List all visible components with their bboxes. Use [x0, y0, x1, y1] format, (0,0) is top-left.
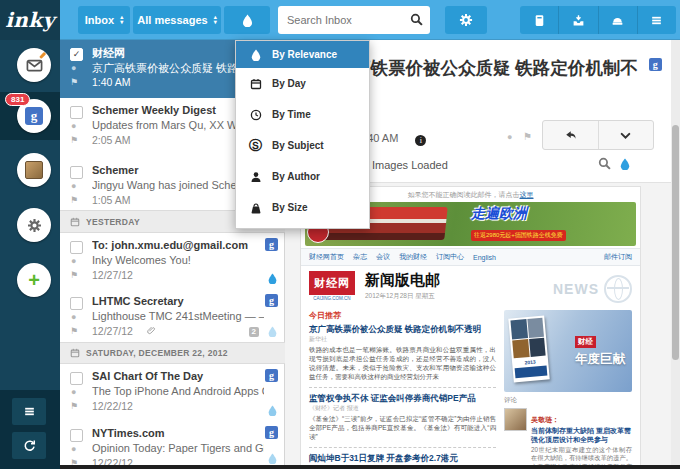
menu-item-label: By Relevance — [272, 49, 337, 60]
promo-brand-chip: 财经 — [575, 336, 596, 348]
gmail-account-button[interactable]: 831 g — [17, 99, 51, 133]
drop-icon[interactable] — [619, 158, 631, 170]
settings-account-button[interactable] — [17, 208, 51, 242]
nav-link-english[interactable]: English — [473, 254, 496, 261]
checkbox[interactable] — [70, 241, 83, 254]
unread-count-badge: 831 — [5, 93, 30, 106]
inbox-dropdown-button[interactable]: Inbox ▴▾ — [78, 6, 130, 34]
flag-icon[interactable]: ⚑ — [70, 270, 78, 280]
gear-icon — [459, 13, 473, 27]
compose-account-button[interactable] — [17, 48, 51, 82]
sidebar-menu-button[interactable] — [12, 398, 46, 425]
checkbox[interactable] — [70, 106, 83, 119]
inbox-dropdown-label: Inbox — [85, 14, 114, 26]
preheader-link[interactable]: 这里 — [520, 191, 534, 198]
clock-icon — [249, 109, 262, 121]
preheader-text: 如果您不能正确阅读此邮件，请点击 — [408, 191, 520, 198]
mailbox-button[interactable] — [598, 6, 637, 34]
caijing-logo-box: 财经网 — [309, 271, 355, 295]
nav-link-magazine[interactable]: 杂志 — [353, 252, 367, 262]
article-title[interactable]: 闽灿坤B于31日复牌 开盘参考价2.7港元 — [309, 453, 496, 463]
settings-button[interactable] — [445, 6, 487, 34]
menu-item-by-author[interactable]: By Author — [236, 161, 369, 192]
checkbox-checked[interactable]: ✓ — [70, 48, 83, 61]
gear-icon — [27, 218, 42, 233]
message-row-sai[interactable]: ● ⚑ SAI Chart Of The Day The Top iPhone … — [60, 364, 285, 421]
nav-link-mycaijing[interactable]: 我的财经 — [399, 252, 427, 262]
info-icon[interactable]: i — [415, 135, 426, 146]
flag-icon[interactable]: ⚑ — [70, 326, 78, 336]
flag-icon[interactable]: ⚑ — [70, 135, 78, 145]
date-group-label: SATURDAY, DECEMBER 22, 2012 — [86, 348, 228, 358]
scrollbar-thumb[interactable] — [672, 125, 679, 360]
nav-link-conference[interactable]: 会议 — [376, 252, 390, 262]
menu-button[interactable] — [637, 6, 676, 34]
read-dot-icon: ● — [71, 387, 76, 397]
more-actions-button[interactable] — [598, 121, 654, 149]
google-badge-icon: g — [265, 369, 278, 382]
window-bottom-edge — [60, 465, 680, 469]
article-source: 《财经》记者 报道 — [309, 404, 496, 413]
message-row-nytimes[interactable]: ● ⚑ NYTimes.com Opinion Today: Paper Tig… — [60, 421, 285, 469]
article-title[interactable]: 监管权争执不休 证监会叫停券商代销PE产品 — [309, 393, 496, 403]
sort-by-relevance-button[interactable] — [224, 6, 270, 34]
toolbar-action-group — [520, 6, 676, 34]
article-title[interactable]: 京广高铁票价被公众质疑 铁路定价机制不透明 — [309, 324, 496, 334]
flag-icon[interactable]: ⚑ — [70, 401, 78, 411]
message-sender: LHTMC Secretary — [92, 295, 252, 307]
search-box — [278, 6, 430, 34]
menu-item-by-time[interactable]: By Time — [236, 99, 369, 130]
message-time: 2:05 AM — [92, 134, 131, 146]
google-account-icon: g — [25, 107, 43, 125]
comment-headline[interactable]: 当前体制存重大缺陷 重启改革需强化顶层设计和全民参与 — [531, 427, 632, 445]
reply-button[interactable] — [543, 121, 598, 149]
message-filter-button[interactable]: All messages ▴▾ — [133, 6, 221, 34]
comment-body: 吴敬琏： 当前体制存重大缺陷 重启改革需强化顶层设计和全民参与 20世纪末期宣布… — [531, 408, 632, 467]
vertical-scrollbar[interactable] — [671, 40, 680, 469]
nav-link-subscribe-center[interactable]: 订阅中心 — [436, 252, 464, 262]
search-input[interactable] — [278, 6, 430, 34]
flag-icon[interactable]: ⚑ — [523, 131, 532, 142]
articles-column: 今日推荐 京广高铁票价被公众质疑 铁路定价机制不透明 新华社 铁路的成本也是一笔… — [309, 310, 496, 467]
message-snippet: Lighthouse TMC 241stMeeting — —Hel… — [92, 310, 264, 322]
magazine-promo-ad[interactable]: 2013 财经 年度巨献 — [504, 310, 632, 392]
hamburger-icon — [650, 14, 663, 27]
drop-icon — [249, 49, 262, 61]
message-row-inky-welcome[interactable]: ● ⚑ To: john.xmu.edu@gmail.com Inky Welc… — [60, 233, 285, 289]
flag-icon[interactable]: ⚑ — [70, 195, 78, 205]
menu-item-by-size[interactable]: By Size — [236, 192, 369, 223]
relevance-drop-icon — [267, 405, 278, 416]
archive-button[interactable] — [520, 6, 558, 34]
google-badge-icon: g — [265, 238, 278, 251]
checkbox[interactable] — [70, 166, 83, 179]
message-row-lhtmc[interactable]: ● ⚑ LHTMC Secretary Lighthouse TMC 241st… — [60, 289, 285, 342]
message-time: 12/22/12 — [92, 400, 133, 412]
flag-icon[interactable]: ⚑ — [70, 77, 78, 87]
search-icon[interactable] — [410, 13, 423, 26]
add-account-button[interactable]: + — [17, 263, 51, 297]
load-messages-button[interactable] — [558, 6, 597, 34]
account-sidebar: inky 831 g + — [0, 0, 60, 469]
newsletter-columns: 今日推荐 京广高铁票价被公众质疑 铁路定价机制不透明 新华社 铁路的成本也是一笔… — [301, 306, 640, 467]
menu-item-by-subject[interactable]: Ⓢ By Subject — [236, 130, 369, 161]
checkbox[interactable] — [70, 372, 83, 385]
read-dot-icon: ● — [71, 256, 76, 266]
menu-item-label: By Time — [272, 109, 311, 120]
refresh-button[interactable] — [12, 432, 46, 459]
checkbox[interactable] — [70, 297, 83, 310]
nav-link-mail-subscribe[interactable]: 邮件订阅 — [604, 252, 632, 262]
magnifier-icon[interactable] — [598, 157, 611, 170]
subject-icon: Ⓢ — [249, 139, 262, 152]
checkbox[interactable] — [70, 429, 83, 442]
calendar-icon — [70, 217, 80, 227]
menu-item-by-day[interactable]: By Day — [236, 68, 369, 99]
google-badge-icon: g — [649, 58, 662, 71]
author-person-icon — [249, 171, 262, 183]
banner-text: 走遍欧洲 往返2980元起+德国铁路全线免费 欧洲，每个图案都值得您去探寻！ — [471, 205, 631, 246]
nav-link-home[interactable]: 财经网首页 — [309, 252, 344, 262]
photo-account-button[interactable] — [17, 153, 51, 187]
read-dot-icon: ● — [71, 312, 76, 322]
menu-item-by-relevance[interactable]: By Relevance — [236, 41, 369, 68]
read-dot-icon: ● — [507, 132, 512, 142]
message-sender: Schemer Weekly Digest — [92, 104, 252, 116]
